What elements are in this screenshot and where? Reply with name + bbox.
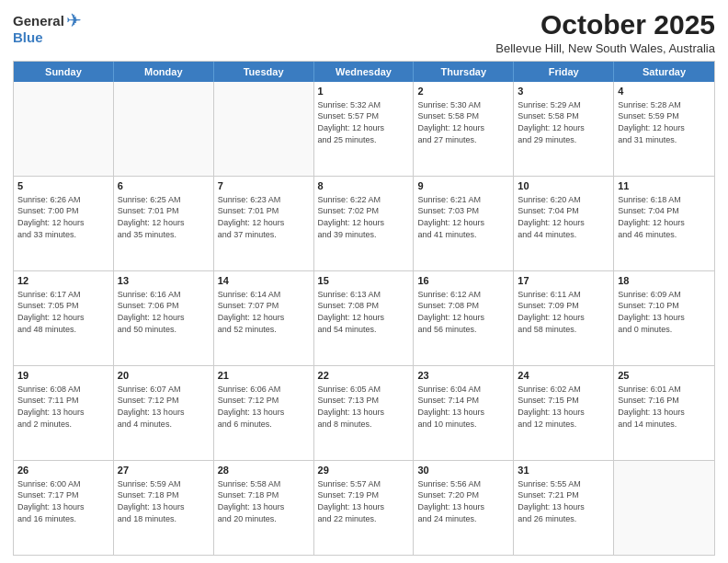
day-cell-16: 16Sunrise: 6:12 AM Sunset: 7:08 PM Dayli… xyxy=(414,271,514,365)
week-row-5: 26Sunrise: 6:00 AM Sunset: 7:17 PM Dayli… xyxy=(14,461,714,555)
week-row-3: 12Sunrise: 6:17 AM Sunset: 7:05 PM Dayli… xyxy=(14,271,714,366)
calendar-header-row: Sunday Monday Tuesday Wednesday Thursday… xyxy=(14,62,714,82)
day-info-28: Sunrise: 5:58 AM Sunset: 7:18 PM Dayligh… xyxy=(218,478,310,524)
header-wednesday: Wednesday xyxy=(314,62,415,82)
day-info-24: Sunrise: 6:02 AM Sunset: 7:15 PM Dayligh… xyxy=(518,384,609,430)
header-tuesday: Tuesday xyxy=(214,62,314,82)
day-number-29: 29 xyxy=(318,464,410,477)
day-number-31: 31 xyxy=(518,464,609,477)
day-cell-6: 6Sunrise: 6:25 AM Sunset: 7:01 PM Daylig… xyxy=(114,177,214,270)
page: General ✈ Blue October 2025 Bellevue Hil… xyxy=(0,0,728,563)
day-cell-10: 10Sunrise: 6:20 AM Sunset: 7:04 PM Dayli… xyxy=(514,177,614,270)
day-info-3: Sunrise: 5:29 AM Sunset: 5:58 PM Dayligh… xyxy=(518,99,609,145)
day-cell-18: 18Sunrise: 6:09 AM Sunset: 7:10 PM Dayli… xyxy=(614,271,714,365)
day-number-4: 4 xyxy=(618,85,711,98)
day-info-8: Sunrise: 6:22 AM Sunset: 7:02 PM Dayligh… xyxy=(318,194,410,240)
day-number-5: 5 xyxy=(17,179,109,193)
day-cell-25: 25Sunrise: 6:01 AM Sunset: 7:16 PM Dayli… xyxy=(614,366,714,460)
day-cell-15: 15Sunrise: 6:13 AM Sunset: 7:08 PM Dayli… xyxy=(314,271,415,365)
empty-cell-0-1 xyxy=(114,82,214,176)
day-cell-28: 28Sunrise: 5:58 AM Sunset: 7:18 PM Dayli… xyxy=(214,461,314,555)
day-info-7: Sunrise: 6:23 AM Sunset: 7:01 PM Dayligh… xyxy=(218,194,310,240)
day-cell-2: 2Sunrise: 5:30 AM Sunset: 5:58 PM Daylig… xyxy=(414,82,514,176)
location-subtitle: Bellevue Hill, New South Wales, Australi… xyxy=(495,41,715,55)
day-number-14: 14 xyxy=(218,274,310,288)
day-cell-31: 31Sunrise: 5:55 AM Sunset: 7:21 PM Dayli… xyxy=(514,461,614,555)
day-cell-24: 24Sunrise: 6:02 AM Sunset: 7:15 PM Dayli… xyxy=(514,366,614,460)
day-info-4: Sunrise: 5:28 AM Sunset: 5:59 PM Dayligh… xyxy=(618,99,711,145)
day-cell-4: 4Sunrise: 5:28 AM Sunset: 5:59 PM Daylig… xyxy=(614,82,714,176)
day-info-26: Sunrise: 6:00 AM Sunset: 7:17 PM Dayligh… xyxy=(17,478,109,524)
week-row-2: 5Sunrise: 6:26 AM Sunset: 7:00 PM Daylig… xyxy=(14,177,714,271)
day-number-26: 26 xyxy=(17,464,109,477)
day-info-14: Sunrise: 6:14 AM Sunset: 7:07 PM Dayligh… xyxy=(218,289,310,335)
header-saturday: Saturday xyxy=(614,62,714,82)
day-info-20: Sunrise: 6:07 AM Sunset: 7:12 PM Dayligh… xyxy=(118,384,210,430)
day-info-31: Sunrise: 5:55 AM Sunset: 7:21 PM Dayligh… xyxy=(518,478,609,524)
day-cell-21: 21Sunrise: 6:06 AM Sunset: 7:12 PM Dayli… xyxy=(214,366,314,460)
day-cell-26: 26Sunrise: 6:00 AM Sunset: 7:17 PM Dayli… xyxy=(14,461,114,555)
day-info-23: Sunrise: 6:04 AM Sunset: 7:14 PM Dayligh… xyxy=(417,384,509,430)
day-info-18: Sunrise: 6:09 AM Sunset: 7:10 PM Dayligh… xyxy=(618,289,711,335)
day-info-19: Sunrise: 6:08 AM Sunset: 7:11 PM Dayligh… xyxy=(17,384,109,430)
day-cell-17: 17Sunrise: 6:11 AM Sunset: 7:09 PM Dayli… xyxy=(514,271,614,365)
day-number-24: 24 xyxy=(518,369,609,383)
day-cell-9: 9Sunrise: 6:21 AM Sunset: 7:03 PM Daylig… xyxy=(414,177,514,270)
day-number-19: 19 xyxy=(17,369,109,383)
header-monday: Monday xyxy=(114,62,214,82)
day-info-27: Sunrise: 5:59 AM Sunset: 7:18 PM Dayligh… xyxy=(118,478,210,524)
day-info-25: Sunrise: 6:01 AM Sunset: 7:16 PM Dayligh… xyxy=(618,384,711,430)
day-info-29: Sunrise: 5:57 AM Sunset: 7:19 PM Dayligh… xyxy=(318,478,410,524)
day-number-28: 28 xyxy=(218,464,310,477)
day-cell-30: 30Sunrise: 5:56 AM Sunset: 7:20 PM Dayli… xyxy=(414,461,514,555)
day-info-1: Sunrise: 5:32 AM Sunset: 5:57 PM Dayligh… xyxy=(318,99,410,145)
day-info-30: Sunrise: 5:56 AM Sunset: 7:20 PM Dayligh… xyxy=(417,478,509,524)
header-thursday: Thursday xyxy=(414,62,514,82)
day-info-5: Sunrise: 6:26 AM Sunset: 7:00 PM Dayligh… xyxy=(17,194,109,240)
day-cell-11: 11Sunrise: 6:18 AM Sunset: 7:04 PM Dayli… xyxy=(614,177,714,270)
day-number-10: 10 xyxy=(518,179,609,193)
empty-cell-0-2 xyxy=(214,82,314,176)
day-number-12: 12 xyxy=(17,274,109,288)
day-number-21: 21 xyxy=(218,369,310,383)
day-number-17: 17 xyxy=(518,274,609,288)
day-number-2: 2 xyxy=(417,85,509,98)
day-info-16: Sunrise: 6:12 AM Sunset: 7:08 PM Dayligh… xyxy=(417,289,509,335)
day-info-22: Sunrise: 6:05 AM Sunset: 7:13 PM Dayligh… xyxy=(318,384,410,430)
logo-bird-icon: ✈ xyxy=(66,9,82,31)
day-number-16: 16 xyxy=(417,274,509,288)
day-number-13: 13 xyxy=(118,274,210,288)
empty-cell-0-0 xyxy=(14,82,114,176)
day-info-9: Sunrise: 6:21 AM Sunset: 7:03 PM Dayligh… xyxy=(417,194,509,240)
calendar-body: 1Sunrise: 5:32 AM Sunset: 5:57 PM Daylig… xyxy=(14,82,714,555)
logo-general: General xyxy=(13,13,64,29)
header: General ✈ Blue October 2025 Bellevue Hil… xyxy=(13,9,715,55)
calendar: Sunday Monday Tuesday Wednesday Thursday… xyxy=(13,61,715,556)
day-info-10: Sunrise: 6:20 AM Sunset: 7:04 PM Dayligh… xyxy=(518,194,609,240)
title-section: October 2025 Bellevue Hill, New South Wa… xyxy=(495,9,715,55)
day-info-15: Sunrise: 6:13 AM Sunset: 7:08 PM Dayligh… xyxy=(318,289,410,335)
week-row-4: 19Sunrise: 6:08 AM Sunset: 7:11 PM Dayli… xyxy=(14,366,714,461)
day-number-30: 30 xyxy=(417,464,509,477)
day-cell-13: 13Sunrise: 6:16 AM Sunset: 7:06 PM Dayli… xyxy=(114,271,214,365)
day-cell-14: 14Sunrise: 6:14 AM Sunset: 7:07 PM Dayli… xyxy=(214,271,314,365)
day-number-25: 25 xyxy=(618,369,711,383)
logo: General ✈ Blue xyxy=(13,9,82,45)
week-row-1: 1Sunrise: 5:32 AM Sunset: 5:57 PM Daylig… xyxy=(14,82,714,177)
day-cell-29: 29Sunrise: 5:57 AM Sunset: 7:19 PM Dayli… xyxy=(314,461,415,555)
day-info-21: Sunrise: 6:06 AM Sunset: 7:12 PM Dayligh… xyxy=(218,384,310,430)
day-cell-5: 5Sunrise: 6:26 AM Sunset: 7:00 PM Daylig… xyxy=(14,177,114,270)
day-number-11: 11 xyxy=(618,179,711,193)
day-cell-19: 19Sunrise: 6:08 AM Sunset: 7:11 PM Dayli… xyxy=(14,366,114,460)
day-cell-23: 23Sunrise: 6:04 AM Sunset: 7:14 PM Dayli… xyxy=(414,366,514,460)
day-number-15: 15 xyxy=(318,274,410,288)
day-number-18: 18 xyxy=(618,274,711,288)
day-cell-8: 8Sunrise: 6:22 AM Sunset: 7:02 PM Daylig… xyxy=(314,177,415,270)
day-cell-27: 27Sunrise: 5:59 AM Sunset: 7:18 PM Dayli… xyxy=(114,461,214,555)
day-number-8: 8 xyxy=(318,179,410,193)
empty-cell-4-6 xyxy=(614,461,714,555)
day-number-23: 23 xyxy=(417,369,509,383)
day-number-9: 9 xyxy=(417,179,509,193)
day-number-27: 27 xyxy=(118,464,210,477)
day-number-20: 20 xyxy=(118,369,210,383)
